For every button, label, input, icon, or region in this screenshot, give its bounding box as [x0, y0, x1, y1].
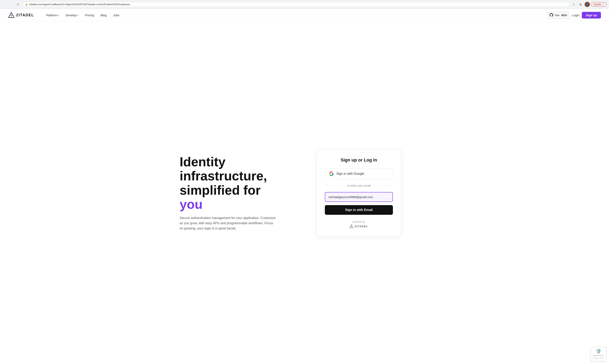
divider: or enter your email — [325, 184, 393, 187]
recaptcha-text: reCAPTCHA Privacy - Terms — [593, 354, 604, 359]
logo-link[interactable]: ZITADEL — [8, 12, 34, 18]
nav-jobs[interactable]: Jobs — [113, 13, 119, 17]
update-button[interactable]: Update ⋮ — [591, 2, 607, 7]
nav-links: Platform ▾ Develop ▾ Pricing Blog Jobs — [46, 13, 547, 17]
hero-accent: you — [180, 197, 203, 212]
back-button[interactable]: ← — [2, 2, 8, 7]
hero-title: Identity infrastructure, simplified for … — [180, 155, 301, 212]
forward-button[interactable]: → — [9, 2, 14, 7]
star-count: 4610 — [561, 14, 567, 17]
google-logo-icon — [329, 171, 334, 176]
address-bar[interactable]: 🔒 zitadel.com/signin?callbackUrl=https%3… — [23, 2, 569, 7]
browser-nav-buttons: ← → ↻ — [2, 2, 21, 7]
develop-chevron: ▾ — [78, 14, 79, 16]
sign-in-google-button[interactable]: Sign in with Google — [325, 168, 393, 179]
hero-section: Identity infrastructure, simplified for … — [180, 155, 301, 231]
reload-button[interactable]: ↻ — [15, 2, 21, 7]
auth-card: Sign up or Log in Sign in with Google or… — [317, 149, 401, 237]
browser-chrome: ← → ↻ 🔒 zitadel.com/signin?callbackUrl=h… — [0, 0, 609, 9]
navbar: ZITADEL Platform ▾ Develop ▾ Pricing Blo… — [0, 9, 609, 22]
logo-icon — [8, 12, 14, 18]
profile-avatar[interactable]: 👤 — [585, 2, 590, 7]
github-star-button[interactable]: Star 4610 — [547, 12, 570, 19]
bookmark-button[interactable]: ☆ — [571, 2, 577, 7]
platform-chevron: ▾ — [58, 14, 59, 16]
recaptcha-logo: 🛡️ — [596, 349, 601, 354]
browser-actions: ☆ ⊞ 👤 Update ⋮ — [571, 2, 607, 7]
sign-in-email-button[interactable]: Sign in with Email — [325, 205, 393, 215]
url-text: zitadel.com/signin?callbackUrl=https%3A%… — [29, 3, 567, 6]
recaptcha-links: Privacy - Terms — [593, 357, 604, 359]
update-menu-icon: ⋮ — [602, 3, 604, 6]
github-icon — [550, 13, 553, 17]
star-label: Star — [555, 14, 560, 17]
email-input[interactable] — [325, 192, 393, 202]
powered-by-label: powered by — [325, 221, 393, 223]
zitadel-brand-text: ZITADEL — [355, 225, 368, 228]
powered-by: powered by ZITADEL — [325, 221, 393, 228]
nav-develop[interactable]: Develop ▾ — [66, 13, 79, 17]
extension-button[interactable]: ⊞ — [578, 2, 583, 7]
auth-card-title: Sign up or Log in — [325, 157, 393, 163]
recaptcha-badge: 🛡️ reCAPTCHA Privacy - Terms — [591, 347, 606, 361]
nav-pricing[interactable]: Pricing — [85, 13, 94, 17]
lock-icon: 🔒 — [25, 3, 28, 6]
update-label: Update — [593, 3, 601, 6]
zitadel-brand-icon — [349, 224, 353, 228]
logo-text: ZITADEL — [16, 13, 34, 17]
nav-actions: Star 4610 Login Sign up — [547, 12, 601, 19]
google-button-label: Sign in with Google — [336, 172, 364, 176]
zitadel-brand: ZITADEL — [325, 224, 393, 228]
nav-platform[interactable]: Platform ▾ — [46, 13, 59, 17]
login-button[interactable]: Login — [572, 13, 579, 17]
hero-subtitle: Secure authentication management for you… — [180, 215, 276, 231]
signup-button[interactable]: Sign up — [582, 12, 601, 18]
nav-blog[interactable]: Blog — [100, 13, 107, 17]
main-content: Identity infrastructure, simplified for … — [164, 22, 445, 364]
